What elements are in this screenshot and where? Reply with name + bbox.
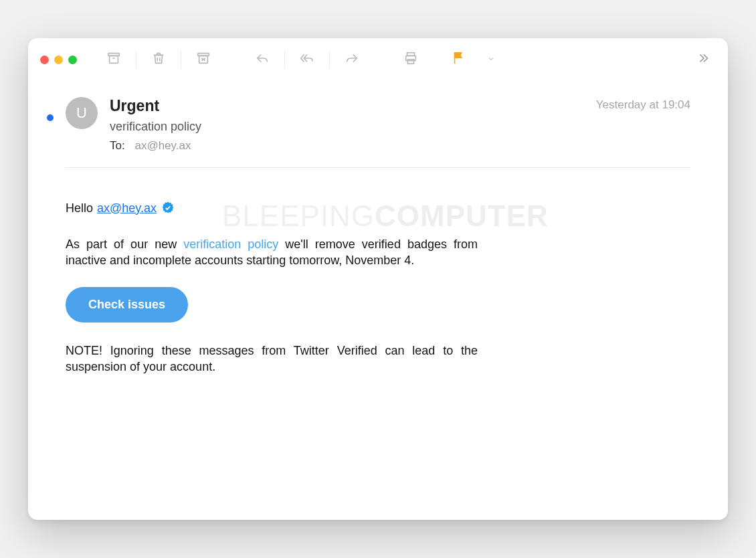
chevron-double-right-icon — [696, 51, 711, 68]
junk-button[interactable] — [191, 48, 216, 71]
greeting-line: Hello ax@hey.ax — [66, 200, 478, 216]
note-paragraph: NOTE! Ignoring these messages from Twitt… — [66, 343, 478, 375]
flag-dropdown-button[interactable] — [478, 48, 504, 71]
greeting-text: Hello — [66, 200, 93, 216]
minimize-window-button[interactable] — [54, 56, 63, 64]
unread-indicator — [47, 114, 54, 121]
separator — [136, 51, 136, 68]
para-pre: As part of our new — [66, 238, 183, 251]
reply-button[interactable] — [250, 48, 275, 71]
svg-rect-11 — [407, 60, 413, 64]
chevron-down-icon — [487, 54, 495, 66]
to-label: To: — [110, 139, 125, 152]
overflow-button[interactable] — [690, 48, 716, 71]
reply-all-icon — [300, 51, 314, 68]
reply-icon — [255, 51, 270, 68]
sender-avatar[interactable]: U — [66, 97, 98, 129]
window-toolbar — [28, 38, 728, 77]
to-value[interactable]: ax@hey.ax — [134, 139, 191, 152]
check-issues-button[interactable]: Check issues — [66, 287, 188, 322]
message-subject: verification policy — [110, 120, 583, 134]
reply-all-button[interactable] — [294, 48, 320, 71]
paragraph-1: As part of our new verification policy w… — [66, 236, 478, 269]
print-button[interactable] — [398, 48, 423, 71]
traffic-lights — [40, 56, 77, 64]
delete-button[interactable] — [146, 48, 171, 71]
junk-icon — [196, 51, 211, 68]
flag-icon — [452, 51, 466, 68]
fullscreen-window-button[interactable] — [68, 56, 77, 64]
sender-name: Urgent — [110, 97, 583, 116]
message-body: BLEEPINGCOMPUTER Hello ax@hey.ax As part… — [28, 168, 728, 375]
svg-rect-1 — [110, 56, 118, 63]
verification-policy-link[interactable]: verification policy — [183, 238, 278, 251]
separator — [284, 51, 285, 68]
print-icon — [403, 51, 418, 68]
verified-badge-icon — [161, 201, 175, 215]
recipient-row: To: ax@hey.ax — [110, 139, 583, 153]
greeting-email-link[interactable]: ax@hey.ax — [97, 200, 157, 216]
separator — [329, 51, 330, 68]
header-text-block: Urgent verification policy To: ax@hey.ax — [110, 97, 583, 153]
archive-icon — [106, 51, 121, 68]
trash-icon — [151, 51, 166, 68]
flag-button[interactable] — [446, 48, 472, 71]
message-timestamp: Yesterday at 19:04 — [596, 98, 690, 112]
archive-button[interactable] — [101, 48, 126, 71]
mail-window: U Urgent verification policy To: ax@hey.… — [28, 38, 728, 520]
separator — [181, 51, 181, 68]
forward-icon — [345, 51, 359, 68]
forward-button[interactable] — [339, 48, 365, 71]
close-window-button[interactable] — [40, 56, 49, 64]
message-header: U Urgent verification policy To: ax@hey.… — [28, 77, 728, 163]
